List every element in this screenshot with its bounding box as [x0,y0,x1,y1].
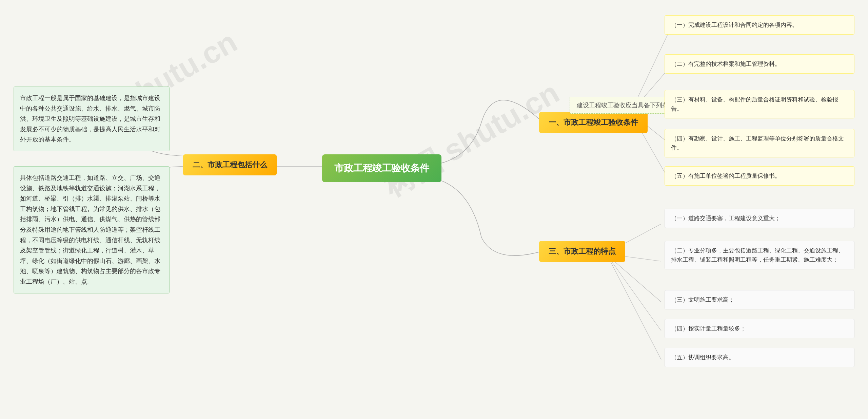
svg-line-10 [610,260,661,331]
right-top-sub-5: （五）有施工单位签署的工程质量保修书。 [665,166,854,186]
right-top-sub-4: （四）有勘察、设计、施工、工程监理等单位分别签署的质量合格文件。 [665,129,854,157]
right-bottom-sub-1: （一）道路交通要塞，工程建设意义重大； [665,209,854,228]
right-bottom-sub-3: （三）文明施工要求高； [665,290,854,309]
right-bottom-sub-4: （四）按实计量工程量较多； [665,319,854,338]
svg-line-11 [610,261,661,360]
branch-node-2: 二、市政工程包括什么 [183,154,277,175]
svg-line-2 [634,34,668,105]
right-top-sub-1: （一）完成建设工程设计和合同约定的各项内容。 [665,15,854,35]
svg-line-9 [610,258,661,302]
right-top-sub-2: （二）有完整的技术档案和施工管理资料。 [665,54,854,74]
central-node: 市政工程竣工验收条件 [322,154,441,182]
right-top-sub-3: （三）有材料、设备、构配件的质量合格证明资料和试验、检验报告。 [665,90,854,118]
watermark-2: 树图 shutu.cn [376,72,567,207]
mind-map: 树图 shutu.cn 树图 shutu.cn 市政工程竣工验收条件 一、市政工… [0,0,868,419]
branch-node-1: 一、市政工程竣工验收条件 [539,112,648,133]
left-content-box-2: 具体包括道路交通工程，如道路、立交、广场、交通设施、铁路及地铁等轨道交通设施；河… [14,166,170,293]
right-bottom-sub-5: （五）协调组织要求高。 [665,348,854,367]
right-bottom-sub-2: （二）专业分项多，主要包括道路工程、绿化工程、交通设施工程、排水工程、铺装工程和… [665,241,854,269]
left-content-box-1: 市政工程一般是属于国家的基础建设，是指城市建设中的各种公共交通设施、给水、排水、… [14,87,170,151]
branch-node-3: 三、市政工程的特点 [539,241,625,262]
